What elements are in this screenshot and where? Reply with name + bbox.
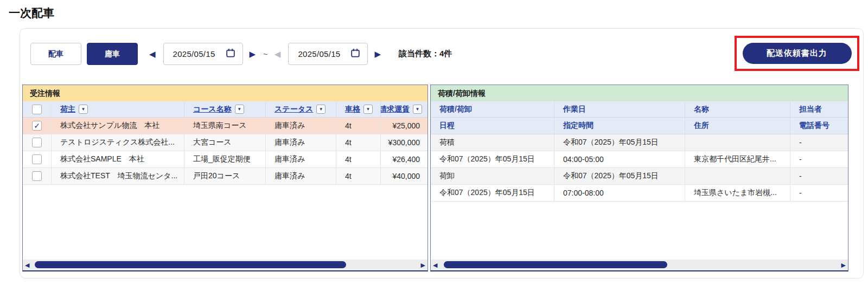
column-header-shipper[interactable]: 荷主: [60, 105, 75, 114]
cargo-table-header-row1: 荷積/荷卸 作業日 名称 担当者: [431, 101, 848, 118]
cell: 令和07（2025）年05月15日: [431, 185, 554, 201]
cargo-table-row[interactable]: 令和07（2025）年05月15日04:00-05:00東京都千代田区紀尾井..…: [431, 151, 848, 168]
scroll-right-icon[interactable]: ▶: [421, 261, 425, 269]
mode-button-dispatch[interactable]: 配車: [30, 43, 81, 65]
export-delivery-request-button[interactable]: 配送依頼書出力: [743, 43, 852, 64]
column-header-load-unload: 荷積/荷卸: [431, 101, 554, 117]
order-table-row[interactable]: テストロジスティクス株式会社...大宮コース庸車済み4t¥300,000: [23, 134, 427, 151]
order-table: 受注情報 荷主 ▼ コース名称 ▼ ステータス ▼ 車格: [22, 85, 428, 271]
cell: 4t: [336, 168, 381, 184]
filter-icon[interactable]: ▼: [413, 105, 422, 114]
column-header-vehicle-class[interactable]: 車格: [345, 105, 360, 114]
scrollbar-thumb[interactable]: [35, 261, 346, 268]
mode-button-charter[interactable]: 庸車: [87, 43, 138, 65]
cell: 庸車済み: [266, 151, 336, 167]
cell: 株式会社TEST 埼玉物流センタ...: [52, 168, 184, 184]
date-from-input[interactable]: 2025/05/15: [163, 43, 243, 65]
cell: [685, 134, 790, 151]
column-header-schedule: 日程: [431, 118, 554, 134]
cell: 埼玉県さいたま市岩槻...: [685, 185, 790, 201]
page: 一次配車 配車 庸車 ◀ 2025/05/15 ▶ ~ ◀ 2025/: [0, 0, 868, 285]
column-header-fare[interactable]: 請求運賃: [381, 105, 410, 114]
cargo-table-row[interactable]: 荷積令和07（2025）年05月15日-: [431, 134, 848, 151]
column-header-phone: 電話番号: [790, 118, 848, 134]
date-from-prev-icon[interactable]: ◀: [149, 50, 156, 58]
column-header-work-date: 作業日: [554, 101, 685, 117]
row-checkbox[interactable]: [32, 154, 42, 164]
cargo-table-row[interactable]: 荷卸令和07（2025）年05月15日-: [431, 168, 848, 185]
cell: 埼玉県南コース: [184, 118, 266, 134]
checkbox-cell: ✓: [23, 118, 52, 134]
cell: ¥26,400: [381, 151, 427, 167]
cell: 荷積: [431, 134, 554, 151]
scrollbar-thumb[interactable]: [444, 261, 667, 268]
cell: -: [790, 151, 848, 167]
date-from-value: 2025/05/15: [173, 49, 215, 59]
cell: -: [790, 134, 848, 151]
cargo-table-row[interactable]: 令和07（2025）年05月15日07:00-08:00埼玉県さいたま市岩槻..…: [431, 185, 848, 202]
calendar-icon: [350, 48, 360, 60]
cell: ¥300,000: [381, 134, 427, 151]
cell: 大宮コース: [184, 134, 266, 151]
page-title: 一次配車: [9, 5, 54, 21]
column-header-designated-time: 指定時間: [554, 118, 685, 134]
cargo-table: 荷積/荷卸情報 荷積/荷卸 作業日 名称 担当者 日程 指定時間 住所 電話番号…: [430, 85, 848, 271]
cell: 株式会社サンプル物流 本社: [52, 118, 184, 134]
column-header-contact-person: 担当者: [790, 101, 848, 117]
filter-icon[interactable]: ▼: [316, 105, 326, 114]
column-header-course[interactable]: コース名称: [193, 105, 232, 114]
cell: 04:00-05:00: [554, 151, 685, 167]
cell: 令和07（2025）年05月15日: [431, 151, 554, 167]
cell: 株式会社SAMPLE 本社: [52, 151, 184, 167]
toolbar: 配車 庸車 ◀ 2025/05/15 ▶ ~ ◀ 2025/05/15: [30, 43, 452, 65]
cargo-table-hscrollbar[interactable]: ◀ ▶: [431, 260, 848, 270]
cell: 令和07（2025）年05月15日: [554, 134, 685, 151]
cell: 戸田20コース: [184, 168, 266, 184]
select-all-checkbox[interactable]: [32, 105, 42, 114]
cargo-table-rows: 荷積令和07（2025）年05月15日-令和07（2025）年05月15日04:…: [431, 134, 848, 202]
cell: 令和07（2025）年05月15日: [554, 168, 685, 184]
date-to-prev-icon[interactable]: ◀: [275, 50, 281, 58]
cell: -: [790, 168, 848, 184]
scroll-left-icon[interactable]: ◀: [433, 261, 437, 269]
cell: 4t: [336, 134, 381, 151]
order-table-title: 受注情報: [23, 85, 427, 101]
date-to-next-icon[interactable]: ▶: [374, 50, 381, 58]
column-header-status[interactable]: ステータス: [275, 105, 313, 114]
cell: 4t: [336, 151, 381, 167]
main-panel: 配車 庸車 ◀ 2025/05/15 ▶ ~ ◀ 2025/05/15: [20, 28, 864, 278]
cell: 庸車済み: [266, 118, 336, 134]
cell: ¥40,000: [381, 168, 427, 184]
filter-icon[interactable]: ▼: [79, 105, 88, 114]
row-checkbox[interactable]: ✓: [32, 121, 42, 131]
cell: テストロジスティクス株式会社...: [52, 134, 184, 151]
date-from-next-icon[interactable]: ▶: [250, 50, 256, 58]
scroll-left-icon[interactable]: ◀: [25, 261, 29, 269]
filter-icon[interactable]: ▼: [235, 105, 244, 114]
cell: 07:00-08:00: [554, 185, 685, 201]
order-table-row[interactable]: 株式会社TEST 埼玉物流センタ...戸田20コース庸車済み4t¥40,000: [23, 168, 427, 185]
column-header-name: 名称: [685, 101, 790, 117]
order-table-hscrollbar[interactable]: ◀ ▶: [23, 260, 427, 270]
annotation-red-box: 配送依頼書出力: [735, 36, 859, 71]
cargo-table-title: 荷積/荷卸情報: [431, 85, 848, 101]
order-table-row[interactable]: ✓株式会社サンプル物流 本社埼玉県南コース庸車済み4t¥25,000: [23, 118, 427, 134]
scroll-right-icon[interactable]: ▶: [841, 261, 846, 269]
order-table-row[interactable]: 株式会社SAMPLE 本社工場_販促定期便庸車済み4t¥26,400: [23, 151, 427, 168]
cell: -: [790, 185, 848, 201]
result-count: 該当件数：4件: [399, 49, 452, 59]
checkbox-cell: [23, 151, 52, 167]
cell: 東京都千代田区紀尾井...: [685, 151, 790, 167]
cell: 庸車済み: [266, 134, 336, 151]
date-to-input[interactable]: 2025/05/15: [288, 43, 368, 65]
date-to-value: 2025/05/15: [298, 49, 340, 59]
cell: 4t: [336, 118, 381, 134]
row-checkbox[interactable]: [32, 138, 42, 147]
row-checkbox[interactable]: [32, 171, 42, 181]
order-table-rows: ✓株式会社サンプル物流 本社埼玉県南コース庸車済み4t¥25,000テストロジス…: [23, 118, 427, 185]
filter-icon[interactable]: ▼: [363, 105, 373, 114]
checkbox-cell: [23, 134, 52, 151]
order-table-header: 荷主 ▼ コース名称 ▼ ステータス ▼ 車格 ▼ 請求運賃 ▼: [23, 101, 427, 118]
cell: ¥25,000: [381, 118, 427, 134]
cell: [685, 168, 790, 184]
